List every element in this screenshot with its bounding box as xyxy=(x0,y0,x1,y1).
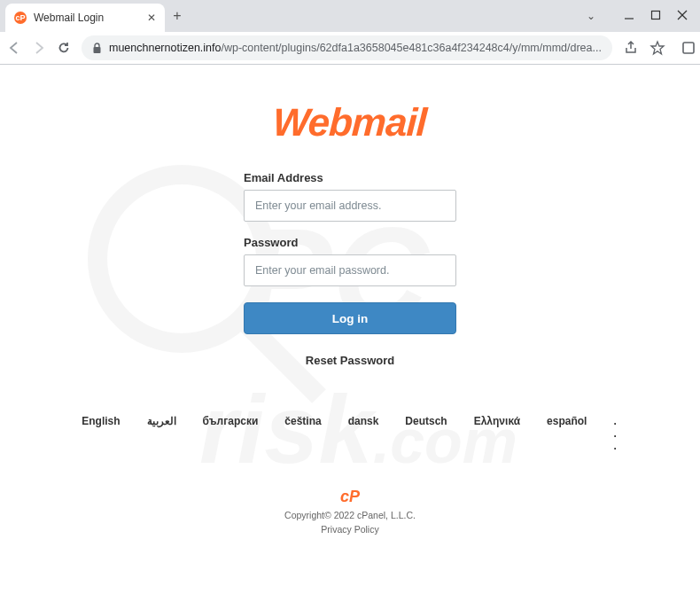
maximize-icon[interactable] xyxy=(650,10,661,20)
svg-rect-4 xyxy=(94,47,101,53)
close-tab-icon[interactable]: ✕ xyxy=(147,12,156,24)
back-button[interactable] xyxy=(7,41,21,55)
lock-icon xyxy=(92,43,102,54)
window-controls: ⌄ xyxy=(587,10,695,22)
extensions-icon[interactable] xyxy=(681,41,696,55)
password-label: Password xyxy=(244,236,456,249)
title-bar: cP Webmail Login ✕ + ⌄ xyxy=(0,0,700,32)
tab-title: Webmail Login xyxy=(34,12,140,24)
login-button[interactable]: Log in xyxy=(244,302,456,334)
bookmark-star-icon[interactable] xyxy=(649,40,665,56)
forward-button xyxy=(32,41,46,55)
email-label: Email Address xyxy=(244,171,456,184)
logo-text: Webmail xyxy=(272,100,428,145)
language-more-button[interactable]: . . . xyxy=(613,415,618,452)
privacy-policy-link[interactable]: Privacy Policy xyxy=(321,524,378,535)
webmail-logo: Webmail xyxy=(173,100,527,145)
browser-chrome: cP Webmail Login ✕ + ⌄ muenchnernotizen.… xyxy=(0,0,700,65)
url-text: muenchnernotizen.info/wp-content/plugins… xyxy=(109,42,602,54)
browser-toolbar: muenchnernotizen.info/wp-content/plugins… xyxy=(0,32,700,64)
password-group: Password xyxy=(244,236,456,286)
share-icon[interactable] xyxy=(623,40,639,56)
new-tab-button[interactable]: + xyxy=(165,4,190,28)
reload-button[interactable] xyxy=(57,41,71,55)
chevron-down-icon[interactable]: ⌄ xyxy=(587,10,595,22)
minimize-icon[interactable] xyxy=(624,10,634,20)
page-footer: cP Copyright© 2022 cPanel, L.L.C. Privac… xyxy=(173,488,527,536)
language-option[interactable]: العربية xyxy=(147,415,176,452)
language-option[interactable]: English xyxy=(82,415,120,452)
language-option[interactable]: čeština xyxy=(284,415,321,452)
login-form: Webmail Email Address Password Log in Re… xyxy=(173,100,527,536)
browser-tab[interactable]: cP Webmail Login ✕ xyxy=(5,4,165,32)
language-list: English العربية български čeština dansk … xyxy=(173,415,527,452)
language-option[interactable]: български xyxy=(203,415,259,452)
cpanel-logo-icon: cP xyxy=(173,488,527,506)
page-content: PC risk.com Webmail Email Address Passwo… xyxy=(0,65,700,594)
cpanel-favicon-icon: cP xyxy=(14,12,27,24)
language-option[interactable]: dansk xyxy=(348,415,379,452)
language-option[interactable]: Ελληνικά xyxy=(474,415,520,452)
close-window-icon[interactable] xyxy=(677,10,688,20)
svg-rect-5 xyxy=(683,43,694,53)
email-input[interactable] xyxy=(244,190,456,222)
reset-password-link[interactable]: Reset Password xyxy=(173,354,527,367)
language-option[interactable]: Deutsch xyxy=(405,415,447,452)
password-input[interactable] xyxy=(244,254,456,286)
language-option[interactable]: español xyxy=(547,415,587,452)
address-bar[interactable]: muenchnernotizen.info/wp-content/plugins… xyxy=(82,35,612,60)
email-group: Email Address xyxy=(244,171,456,222)
copyright-text: Copyright© 2022 cPanel, L.L.C. xyxy=(173,510,527,520)
svg-rect-1 xyxy=(652,12,660,20)
